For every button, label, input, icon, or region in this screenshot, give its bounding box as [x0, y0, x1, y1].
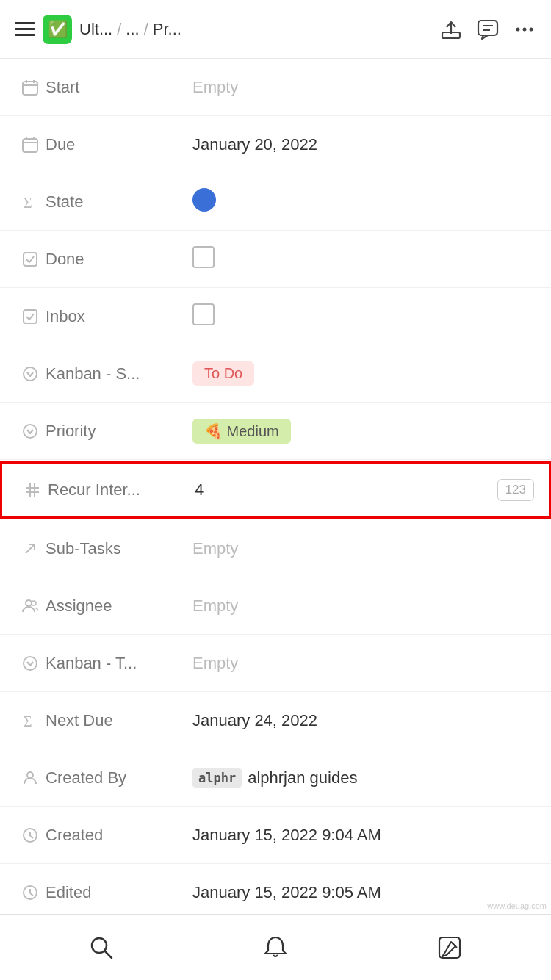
- svg-point-5: [516, 27, 520, 31]
- svg-point-30: [27, 772, 33, 778]
- clock-edited-icon: [15, 884, 46, 901]
- priority-label: Priority: [46, 422, 192, 441]
- inbox-value: [192, 303, 536, 330]
- start-value: Empty: [192, 78, 536, 97]
- done-label: Done: [46, 250, 192, 269]
- field-row-edited[interactable]: Edited January 15, 2022 9:05 AM: [0, 864, 551, 921]
- edited-label: Edited: [46, 883, 192, 902]
- svg-rect-2: [478, 21, 497, 35]
- svg-point-6: [523, 27, 527, 31]
- inbox-checkbox-icon: [15, 308, 46, 325]
- next-due-value: January 24, 2022: [192, 711, 536, 730]
- start-label: Start: [46, 78, 192, 97]
- svg-point-19: [24, 367, 37, 381]
- priority-value: 🍕 Medium: [192, 419, 536, 444]
- calendar-due-icon: [15, 136, 46, 154]
- created-by-value: alphr alphrjan guides: [192, 768, 536, 788]
- medium-badge: 🍕 Medium: [192, 419, 291, 444]
- field-row-start[interactable]: Start Empty: [0, 59, 551, 116]
- field-row-due[interactable]: Due January 20, 2022: [0, 116, 551, 173]
- breadcrumb-sep-2: /: [144, 20, 148, 39]
- field-row-priority[interactable]: Priority 🍕 Medium: [0, 403, 551, 460]
- kanban-s-label: Kanban - S...: [46, 364, 192, 383]
- header-actions: [439, 18, 536, 41]
- hash-icon: [17, 481, 48, 499]
- state-label: State: [46, 192, 192, 212]
- field-row-inbox[interactable]: Inbox: [0, 288, 551, 345]
- todo-badge: To Do: [192, 361, 254, 386]
- field-row-created[interactable]: Created January 15, 2022 9:04 AM: [0, 807, 551, 864]
- created-label: Created: [46, 826, 192, 845]
- svg-line-36: [30, 893, 33, 896]
- header-left: ✅ Ult... / ... / Pr...: [15, 15, 181, 44]
- created-by-inner: alphr alphrjan guides: [192, 768, 536, 788]
- recur-inter-label: Recur Inter...: [48, 480, 195, 500]
- breadcrumb-sep-1: /: [117, 20, 121, 39]
- field-row-created-by[interactable]: Created By alphr alphrjan guides: [0, 749, 551, 807]
- field-row-next-due[interactable]: Σ Next Due January 24, 2022: [0, 692, 551, 749]
- state-dot: [192, 188, 216, 212]
- svg-line-38: [105, 951, 112, 958]
- svg-rect-8: [23, 82, 37, 95]
- menu-button[interactable]: [15, 22, 35, 36]
- more-button[interactable]: [513, 18, 536, 41]
- breadcrumb-part-2[interactable]: ...: [126, 20, 139, 39]
- edited-value: January 15, 2022 9:05 AM: [192, 883, 536, 902]
- field-row-kanban-s[interactable]: Kanban - S... To Do: [0, 345, 551, 403]
- chevron-kanban-t-icon: [15, 655, 46, 672]
- person-created-by-icon: [15, 769, 46, 787]
- person-assignee-icon: [15, 597, 46, 615]
- search-button[interactable]: [88, 934, 115, 961]
- sigma-icon: Σ: [15, 193, 46, 211]
- inbox-checkbox[interactable]: [192, 303, 215, 325]
- field-row-done[interactable]: Done: [0, 231, 551, 288]
- assignee-label: Assignee: [46, 597, 192, 616]
- arrow-diagonal-icon: [15, 540, 46, 558]
- field-row-assignee[interactable]: Assignee Empty: [0, 577, 551, 635]
- svg-line-25: [26, 544, 35, 553]
- svg-rect-18: [24, 310, 37, 323]
- kanban-t-value: Empty: [192, 654, 536, 673]
- done-checkbox[interactable]: [192, 246, 215, 268]
- notification-button[interactable]: [262, 934, 289, 961]
- app-logo: ✅: [43, 15, 72, 44]
- next-due-label: Next Due: [46, 711, 192, 730]
- done-checkbox-icon: [15, 251, 46, 268]
- svg-text:Σ: Σ: [24, 195, 32, 211]
- assignee-value: Empty: [192, 597, 536, 616]
- kanban-s-value: To Do: [192, 361, 536, 386]
- due-label: Due: [46, 135, 192, 154]
- breadcrumb: Ult... / ... / Pr...: [79, 20, 181, 39]
- svg-point-37: [92, 938, 107, 953]
- inbox-label: Inbox: [46, 307, 192, 326]
- sigma-next-due-icon: Σ: [15, 712, 46, 729]
- done-value: [192, 246, 536, 273]
- breadcrumb-part-1[interactable]: Ult...: [79, 20, 112, 39]
- sub-tasks-value: Empty: [192, 539, 536, 558]
- state-value: [192, 188, 536, 216]
- field-row-kanban-t[interactable]: Kanban - T... Empty: [0, 635, 551, 692]
- field-row-sub-tasks[interactable]: Sub-Tasks Empty: [0, 520, 551, 577]
- field-row-recur-inter[interactable]: Recur Inter... 4 123: [0, 461, 551, 519]
- watermark: www.deuag.com: [487, 901, 547, 910]
- svg-point-7: [530, 27, 533, 31]
- recur-inter-value: 4: [195, 480, 497, 500]
- created-value: January 15, 2022 9:04 AM: [192, 826, 536, 845]
- svg-rect-17: [24, 253, 37, 266]
- calendar-icon: [15, 79, 46, 96]
- share-button[interactable]: [439, 18, 463, 41]
- breadcrumb-part-3[interactable]: Pr...: [153, 20, 181, 39]
- chevron-kanban-s-icon: [15, 365, 46, 383]
- field-row-state[interactable]: Σ State: [0, 173, 551, 231]
- edit-button[interactable]: [436, 934, 463, 961]
- comment-button[interactable]: [476, 18, 500, 41]
- field-list: Start Empty Due January 20, 2022 Σ State: [0, 59, 551, 980]
- recur-inter-container: 4 123: [195, 479, 534, 501]
- kanban-t-label: Kanban - T...: [46, 654, 192, 673]
- chevron-priority-icon: [15, 422, 46, 440]
- app-header: ✅ Ult... / ... / Pr...: [0, 0, 551, 59]
- created-by-name: alphrjan guides: [248, 768, 357, 788]
- svg-point-20: [24, 425, 37, 438]
- svg-line-33: [30, 836, 33, 838]
- type-badge-123: 123: [497, 479, 534, 501]
